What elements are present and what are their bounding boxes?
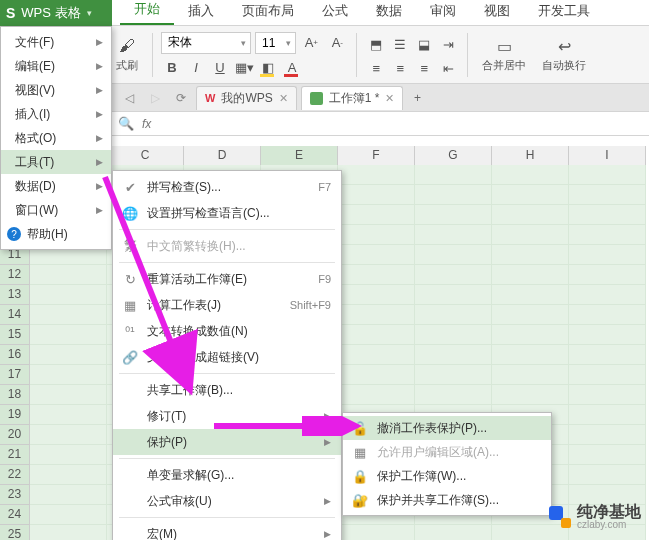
cell[interactable] [569, 445, 646, 465]
column-header[interactable]: E [261, 146, 338, 166]
doc-tab-workbook[interactable]: 工作簿1 * ✕ [301, 86, 404, 110]
format-painter-button[interactable]: 🖌 式刷 [110, 32, 144, 77]
cell[interactable] [415, 525, 492, 540]
cell[interactable] [415, 305, 492, 325]
app-menu-caret-icon[interactable]: ▾ [87, 8, 92, 18]
row-header[interactable]: 15 [0, 325, 30, 345]
close-icon[interactable]: ✕ [385, 92, 394, 105]
align-left-icon[interactable]: ≡ [365, 59, 387, 79]
app-menu-item[interactable]: 窗口(W)▶ [1, 198, 111, 222]
cell[interactable] [569, 285, 646, 305]
cell[interactable] [415, 205, 492, 225]
submenu-item[interactable]: ↻重算活动工作簿(E)F9 [113, 266, 341, 292]
tab-data[interactable]: 数据 [362, 0, 416, 25]
italic-button[interactable]: I [185, 58, 207, 78]
nav-back-icon[interactable]: ◁ [118, 87, 140, 109]
row-header[interactable]: 14 [0, 305, 30, 325]
cell[interactable] [569, 425, 646, 445]
app-menu-item[interactable]: 格式(O)▶ [1, 126, 111, 150]
protect-menu-item[interactable]: 🔐保护并共享工作簿(S)... [343, 488, 551, 512]
auto-wrap-button[interactable]: ↩ 自动换行 [536, 32, 592, 77]
cell[interactable] [569, 465, 646, 485]
cell[interactable] [338, 205, 415, 225]
tab-view[interactable]: 视图 [470, 0, 524, 25]
protect-menu-item[interactable]: 🔓撤消工作表保护(P)... [343, 416, 551, 440]
cell[interactable] [415, 265, 492, 285]
cell[interactable] [415, 245, 492, 265]
row-header[interactable]: 12 [0, 265, 30, 285]
cell[interactable] [30, 265, 107, 285]
cell[interactable] [569, 305, 646, 325]
cell[interactable] [338, 345, 415, 365]
font-name-select[interactable]: 宋体 [161, 32, 251, 54]
submenu-item[interactable]: ✔拼写检查(S)...F7 [113, 174, 341, 200]
row-header[interactable]: 19 [0, 405, 30, 425]
cell[interactable] [492, 325, 569, 345]
tab-start[interactable]: 开始 [120, 0, 174, 25]
cell[interactable] [338, 325, 415, 345]
zoom-icon[interactable]: 🔍 [118, 116, 134, 131]
underline-button[interactable]: U [209, 58, 231, 78]
cell[interactable] [415, 165, 492, 185]
align-middle-icon[interactable]: ☰ [389, 35, 411, 55]
row-header[interactable]: 25 [0, 525, 30, 540]
cell[interactable] [492, 365, 569, 385]
cell[interactable] [30, 305, 107, 325]
tab-review[interactable]: 审阅 [416, 0, 470, 25]
cell[interactable] [30, 325, 107, 345]
cell[interactable] [569, 225, 646, 245]
cell[interactable] [415, 185, 492, 205]
row-header[interactable]: 18 [0, 385, 30, 405]
fill-color-button[interactable]: ◧ [257, 58, 279, 78]
border-button[interactable]: ▦▾ [233, 58, 255, 78]
column-header[interactable]: D [184, 146, 261, 166]
submenu-item[interactable]: 宏(M)▶ [113, 521, 341, 540]
cell[interactable] [569, 185, 646, 205]
align-center-icon[interactable]: ≡ [389, 59, 411, 79]
cell[interactable] [30, 525, 107, 540]
cell[interactable] [338, 185, 415, 205]
cell[interactable] [338, 165, 415, 185]
cell[interactable] [338, 305, 415, 325]
row-header[interactable]: 16 [0, 345, 30, 365]
row-header[interactable]: 22 [0, 465, 30, 485]
protect-menu-item[interactable]: 🔒保护工作簿(W)... [343, 464, 551, 488]
cell[interactable] [415, 325, 492, 345]
cell[interactable] [569, 245, 646, 265]
submenu-item[interactable]: 单变量求解(G)... [113, 462, 341, 488]
cell[interactable] [30, 505, 107, 525]
row-header[interactable]: 17 [0, 365, 30, 385]
cell[interactable] [30, 445, 107, 465]
close-icon[interactable]: ✕ [279, 92, 288, 105]
submenu-item[interactable]: ⁰¹文本转换成数值(N) [113, 318, 341, 344]
cell[interactable] [569, 485, 646, 505]
cell[interactable] [338, 245, 415, 265]
cell[interactable] [30, 385, 107, 405]
row-header[interactable]: 23 [0, 485, 30, 505]
column-header[interactable]: I [569, 146, 646, 166]
nav-refresh-icon[interactable]: ⟳ [170, 87, 192, 109]
submenu-item[interactable]: 保护(P)▶ [113, 429, 341, 455]
cell[interactable] [492, 165, 569, 185]
cell[interactable] [338, 225, 415, 245]
row-header[interactable]: 24 [0, 505, 30, 525]
cell[interactable] [30, 485, 107, 505]
cell[interactable] [492, 245, 569, 265]
cell[interactable] [492, 225, 569, 245]
cell[interactable] [415, 385, 492, 405]
fx-label[interactable]: fx [142, 117, 151, 131]
app-menu-item[interactable]: ?帮助(H) [1, 222, 111, 246]
align-bottom-icon[interactable]: ⬓ [413, 35, 435, 55]
cell[interactable] [569, 165, 646, 185]
app-menu-item[interactable]: 插入(I)▶ [1, 102, 111, 126]
column-header[interactable]: G [415, 146, 492, 166]
cell[interactable] [415, 345, 492, 365]
row-header[interactable]: 20 [0, 425, 30, 445]
cell[interactable] [569, 385, 646, 405]
submenu-item[interactable]: 🔗文本转换成超链接(V) [113, 344, 341, 370]
cell[interactable] [492, 265, 569, 285]
app-menu-item[interactable]: 文件(F)▶ [1, 30, 111, 54]
app-menu-item[interactable]: 视图(V)▶ [1, 78, 111, 102]
cell[interactable] [30, 365, 107, 385]
increase-font-icon[interactable]: A+ [300, 33, 322, 53]
